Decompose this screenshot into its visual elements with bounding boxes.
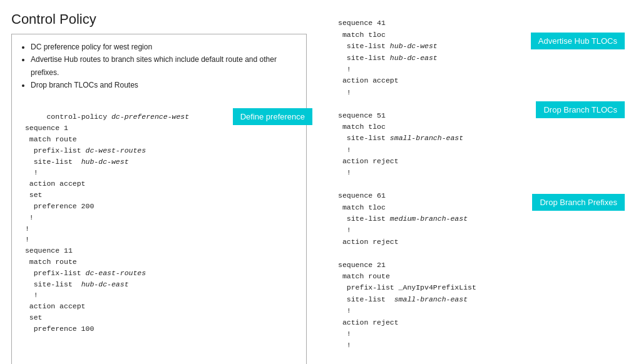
seq1-header: sequence 1 (21, 124, 68, 132)
seq11-header: sequence 11 (21, 246, 73, 255)
seq1-match: match route (21, 135, 77, 143)
r-seq61-site: site-list medium-branch-east (338, 215, 468, 223)
r-seq41-action: action accept (338, 76, 399, 84)
callout-drop-branch-prefixes: Drop Branch Prefixes (532, 194, 625, 211)
page-title: Control Policy (11, 11, 307, 28)
seq11-site: site-list hub-dc-east (21, 280, 129, 288)
bullet-2: Advertise Hub routes to branch sites whi… (31, 53, 297, 79)
seq1-site: site-list hub-dc-west (21, 158, 129, 166)
bordered-box: DC preference policy for west region Adv… (11, 34, 307, 364)
r-seq51-action: action reject (338, 157, 399, 165)
seq1-end4: ! (21, 235, 29, 243)
r-seq41-end1: ! (338, 65, 351, 73)
seq1-preference: preference 200 (21, 202, 94, 210)
r-seq41-end2: ! (338, 88, 351, 96)
seq1-prefix: prefix-list dc-west-routes (21, 146, 146, 154)
r-seq61: sequence 61 (338, 191, 386, 200)
r-seq41-match: match tloc (338, 31, 386, 39)
seq1-end1: ! (21, 168, 38, 176)
r-seq51: sequence 51 (338, 111, 386, 119)
bullet-list: DC preference policy for west region Adv… (21, 41, 297, 92)
callout-hub-tlocs: Advertise Hub TLOCs (531, 33, 625, 49)
r-seq41: sequence 41 (338, 19, 386, 27)
r-blank2 (338, 180, 342, 188)
callout-define-preference: Define preference (233, 108, 312, 125)
r-seq41-site1: site-list hub-dc-west (338, 42, 438, 50)
seq1-action: action accept (21, 179, 86, 188)
r-seq61-match: match tloc (338, 203, 386, 211)
control-policy-name: dc-preference-west (111, 113, 189, 121)
seq1-end2: ! (21, 213, 34, 221)
seq11-action: action accept (21, 302, 86, 310)
bullet-3: Drop branch TLOCs and Routes (31, 79, 297, 91)
r-blank4 (338, 353, 342, 361)
right-panel: Advertise Hub TLOCs Drop Branch TLOCs Dr… (319, 0, 631, 364)
r-seq21-match: match route (338, 272, 390, 280)
r-seq21-end1: ! (338, 306, 351, 315)
r-seq51-end2: ! (338, 168, 351, 176)
seq11-match: match route (21, 258, 77, 266)
seq1-set: set (21, 191, 43, 199)
r-blank1 (338, 99, 342, 108)
seq11-prefix: prefix-list dc-east-routes (21, 269, 146, 277)
r-seq61-end1: ! (338, 226, 351, 234)
r-seq21: sequence 21 (338, 261, 386, 269)
r-seq21-action: action reject (338, 318, 399, 326)
r-seq51-site: site-list small-branch-east (338, 134, 463, 142)
r-blank3 (338, 249, 342, 257)
control-policy-label: control-policy (46, 113, 111, 121)
r-seq21-end2: ! (338, 330, 351, 338)
seq11-set: set (21, 313, 43, 321)
left-panel: Control Policy DC preference policy for … (0, 0, 319, 364)
seq11-preference: preference 100 (21, 325, 94, 333)
seq11-end1: ! (21, 291, 38, 299)
r-seq21-prefix: prefix-list _AnyIpv4PrefixList (338, 283, 476, 291)
r-seq41-site2: site-list hub-dc-east (338, 54, 438, 62)
code-block-right: sequence 41 match tloc site-list hub-dc-… (338, 6, 621, 364)
r-seq21-end3: ! (338, 341, 351, 349)
code-block-left: control-policy dc-preference-west sequen… (21, 101, 297, 357)
r-seq61-action: action reject (338, 238, 399, 246)
callout-drop-branch-tlocs: Drop Branch TLOCs (536, 101, 625, 118)
r-seq51-match: match tloc (338, 123, 386, 131)
r-seq21-site: site-list small-branch-east (338, 295, 468, 303)
seq1-end3: ! (21, 225, 29, 233)
bullet-1: DC preference policy for west region (31, 41, 297, 53)
r-seq51-end1: ! (338, 146, 351, 154)
